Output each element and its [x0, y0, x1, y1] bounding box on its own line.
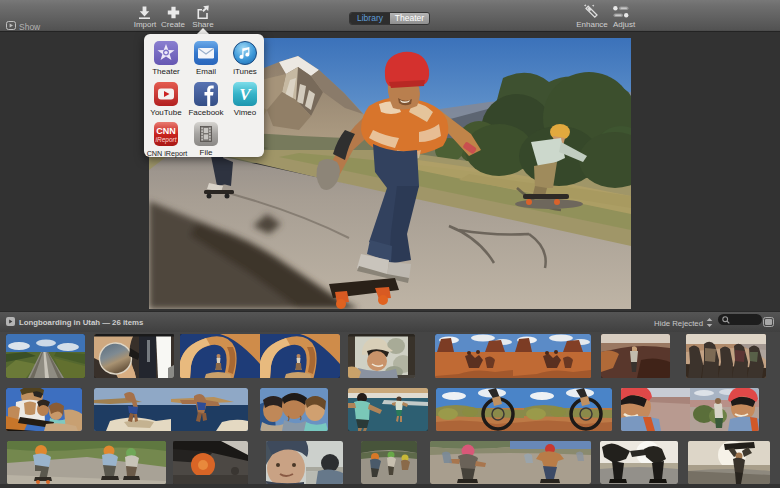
svg-text:V: V: [239, 85, 252, 104]
svg-text:CNN: CNN: [156, 126, 176, 136]
svg-text:iReport: iReport: [156, 136, 178, 144]
